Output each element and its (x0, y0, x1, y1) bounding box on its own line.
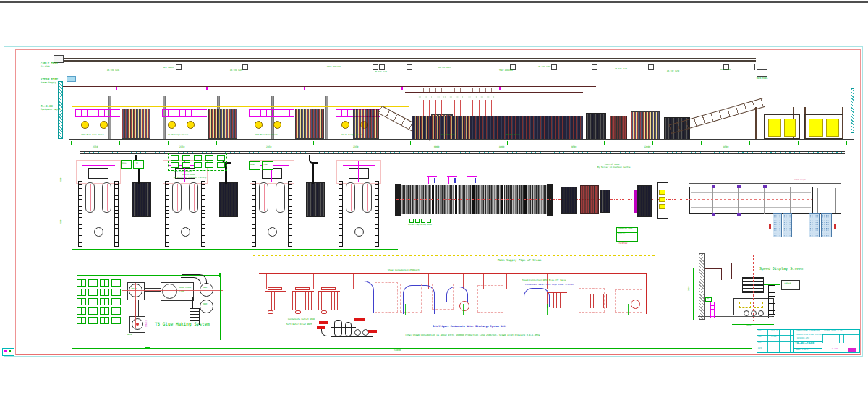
junction-box (242, 64, 248, 70)
display-value: 485XP (784, 283, 791, 286)
detail-box-row: TRIPLEX (618, 234, 625, 236)
recovery-tank (345, 322, 352, 336)
glue-kitchen-cell (171, 155, 179, 161)
heat-exchanger-coil (265, 291, 286, 310)
paper-roll-plan (102, 182, 111, 213)
single-facer-plan (132, 182, 151, 217)
coil-header (268, 287, 282, 290)
starch-pallet (88, 298, 98, 305)
plan-rail (201, 181, 205, 247)
dimension-label: 2350 (266, 146, 271, 148)
tray-label: TRAY 200x100 (327, 67, 341, 69)
speed-dim-h (732, 324, 774, 325)
starch-pallet (111, 298, 121, 305)
glue-tank-label: 1200L MIXER (179, 287, 191, 289)
storage-tank (200, 300, 213, 313)
starch-room-label2: By Seller in Customer Factory (174, 177, 206, 179)
titleblock-left-grid (757, 329, 794, 353)
condensate-left-riser (255, 273, 255, 315)
starch-pallet (88, 289, 98, 296)
glue-pipe-h (343, 165, 375, 166)
dimension-line (71, 145, 854, 145)
glue-right-boundary (220, 273, 221, 340)
equipment-box-label: TANK (263, 164, 268, 166)
stacker-centerline (689, 199, 812, 200)
stacker-chip (737, 185, 741, 188)
left-label-steam-en: Steam Supply (41, 82, 56, 84)
paper-roll-wheel (255, 121, 263, 129)
pallet-stack (821, 213, 832, 237)
speed-dim-v-label: 3000 (689, 287, 691, 291)
titleblock-date: A1250-2006-2-10 (824, 330, 842, 332)
bridge-truss (75, 109, 120, 117)
pump-label: NQ50 (127, 334, 132, 336)
stacker-divider (790, 187, 791, 214)
company-logo (848, 348, 856, 352)
tray-label: ZR-YJV 3x70 (667, 71, 679, 73)
dimension-label: 9500 (571, 146, 576, 148)
equipment-box-label: GLUE (250, 164, 255, 166)
stacker-conveyor-plan (689, 187, 812, 214)
plan-rail (288, 181, 292, 247)
machine-outline (375, 282, 398, 313)
titleblock-model: WJ1600-250 (797, 337, 809, 339)
steam-trap-icon (427, 219, 431, 223)
steam-branch (605, 274, 605, 289)
steam-trap-icon (409, 219, 414, 223)
starch-pallet (100, 298, 109, 305)
steam-consumption-label: Steam Consumption 2500kg/h (388, 269, 420, 271)
stacker-divider (738, 187, 739, 214)
paper-roll-wheel (341, 121, 349, 129)
cutoff-plan (600, 190, 610, 213)
recovery-pipe (331, 327, 356, 328)
steam-valve-tick (304, 87, 305, 90)
pump-dot (136, 323, 139, 326)
board-stack (826, 119, 839, 137)
preheater-circle-row (417, 95, 498, 99)
detail-leader (609, 232, 616, 232)
coil-header (295, 287, 310, 290)
starch-pallet (111, 279, 121, 287)
column-circle (268, 227, 277, 237)
single-facer-elevation (122, 109, 150, 139)
corrugator-endcap (547, 184, 553, 216)
dimension-label: 2350 (353, 146, 358, 148)
heat-exchanger-coil (318, 291, 340, 310)
stacker-divider (712, 187, 713, 214)
cutoff-plan (637, 185, 652, 217)
junction-box (176, 64, 182, 70)
starch-pallet (100, 279, 109, 287)
stacker-post (755, 107, 757, 140)
plan-bottom-dim (72, 249, 398, 250)
starch-pallet (77, 279, 86, 287)
heat-exchanger-coil (590, 294, 608, 308)
junction-box (648, 64, 654, 70)
steel-column (109, 96, 111, 140)
steam-main-elbow (646, 273, 647, 314)
stacker-chip (712, 213, 715, 216)
paper-roll-wheel (168, 121, 176, 129)
soft-water-label: Soft Water Inlet DN25 (286, 323, 312, 326)
dimension-label: 2350 (179, 146, 184, 148)
column-circle (181, 227, 190, 237)
plan-dim-line-v (64, 155, 64, 249)
steam-branch (506, 274, 507, 289)
trap-pump (295, 310, 301, 314)
preheater-drop-pipes (417, 100, 498, 116)
stacker-outline-top (689, 183, 841, 184)
condensate-riser (463, 304, 464, 315)
steam-general-note: Total Steam Consumption is about 8t/h, 1… (405, 334, 540, 336)
slitter-elevation (610, 116, 627, 140)
stacker-platform (752, 106, 846, 108)
dimension-label: 12000 (644, 146, 650, 148)
corrugator-separator (454, 185, 458, 214)
stacker-inner-line (691, 207, 811, 208)
starch-label-vertical: STARCH (146, 321, 148, 327)
titleblock-cell: DES (758, 331, 761, 333)
pallet-stack (773, 213, 782, 237)
corner-stamp-mark-magenta (4, 350, 7, 352)
condensate-outlet-label: Condensate Outlet DN40 (288, 318, 315, 321)
guide-box-dashed (754, 302, 763, 308)
steam-branch (463, 274, 464, 289)
steam-branch (313, 274, 314, 289)
